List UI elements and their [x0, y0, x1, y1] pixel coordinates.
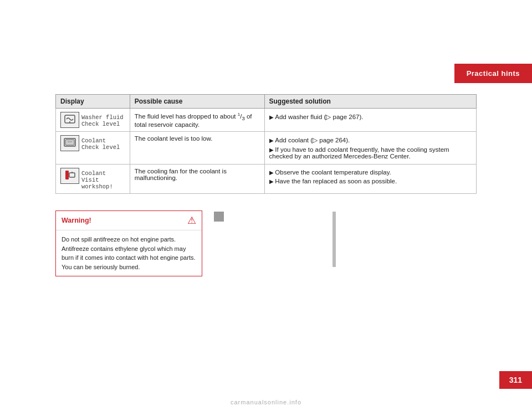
display-cell: CoolantCheck level [56, 132, 130, 165]
display-cell: Washer fluidCheck level [56, 109, 130, 132]
decorative-rect [214, 212, 224, 222]
display-cell: CoolantVisit workshop! [56, 165, 130, 194]
coolant-check-cause: The coolant level is too low. [130, 132, 264, 165]
washer-display-text: Washer fluidCheck level [79, 112, 124, 127]
col-header-cause: Possible cause [130, 95, 264, 109]
warning-title: Warning! [62, 217, 91, 224]
warning-header: Warning! ⚠ [56, 211, 202, 230]
svg-rect-5 [65, 171, 69, 179]
col-header-display: Display [56, 95, 130, 109]
coolant-workshop-solution: Observe the coolant temperature display.… [264, 165, 476, 194]
section-tab: Practical hints [454, 64, 532, 83]
table-row: Washer fluidCheck level The fluid level … [56, 109, 477, 132]
coolant-workshop-cause: The cooling fan for the coolant is malfu… [130, 165, 264, 194]
list-item: Add washer fluid (▷ page 267). [269, 112, 472, 122]
page-number: 311 [499, 371, 532, 389]
svg-rect-3 [65, 140, 74, 145]
coolant-check-solution: Add coolant (▷ page 264). If you have to… [264, 132, 476, 165]
col-header-solution: Suggested solution [264, 95, 476, 109]
list-item: Add coolant (▷ page 264). [269, 135, 472, 145]
footer-watermark: carmanualsonline.info [0, 399, 532, 405]
warning-triangle-icon: ⚠ [187, 214, 196, 227]
coolant-check-display-text: CoolantCheck level [79, 135, 120, 151]
coolant-check-icon [60, 135, 79, 151]
table-row: CoolantVisit workshop! The cooling fan f… [56, 165, 477, 194]
warning-body: Do not spill antifreeze on hot engine pa… [56, 230, 202, 276]
decorative-bar [332, 212, 336, 267]
list-item: Have the fan replaced as soon as possibl… [269, 177, 472, 186]
coolant-workshop-icon [60, 168, 79, 184]
list-item: Observe the coolant temperature display. [269, 168, 472, 177]
washer-icon [60, 112, 79, 128]
table-row: CoolantCheck level The coolant level is … [56, 132, 477, 165]
washer-solution: Add washer fluid (▷ page 267). [264, 109, 476, 132]
svg-rect-6 [69, 173, 75, 177]
warning-box: Warning! ⚠ Do not spill antifreeze on ho… [55, 210, 202, 276]
coolant-workshop-display-text: CoolantVisit workshop! [79, 168, 125, 190]
info-table: Display Possible cause Suggested solutio… [55, 94, 477, 194]
washer-cause: The fluid level has dropped to about 1/3… [130, 109, 264, 132]
list-item: If you have to add coolant frequently, h… [269, 145, 472, 161]
main-content: Display Possible cause Suggested solutio… [55, 94, 477, 194]
